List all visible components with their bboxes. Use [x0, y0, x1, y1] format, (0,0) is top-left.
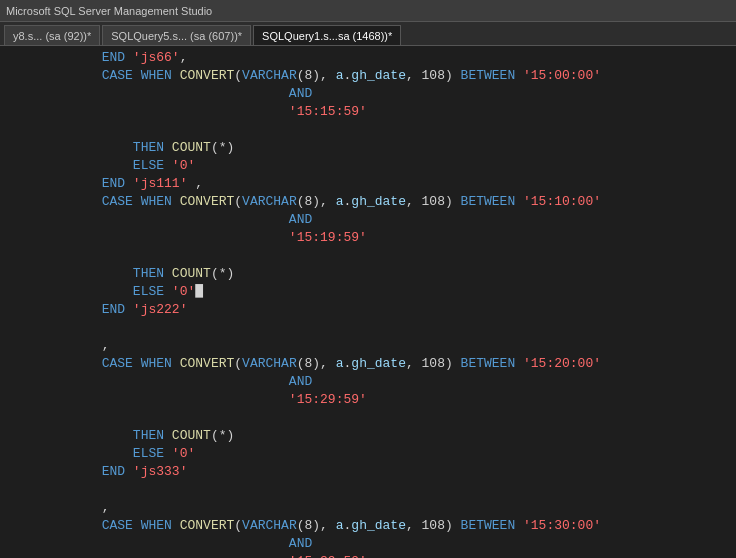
- code-line: [0, 482, 736, 500]
- code-line: [0, 320, 736, 338]
- code-line: ELSE '0'█: [0, 284, 736, 302]
- code-line: ,: [0, 338, 736, 356]
- code-line: [0, 248, 736, 266]
- code-line: AND: [0, 212, 736, 230]
- code-line: '15:19:59': [0, 230, 736, 248]
- code-line: END 'js66',: [0, 50, 736, 68]
- code-area: END 'js66', CASE WHEN CONVERT(VARCHAR(8)…: [0, 46, 736, 558]
- code-line: THEN COUNT(*): [0, 140, 736, 158]
- tab-1[interactable]: SQLQuery5.s... (sa (607))*: [102, 25, 251, 45]
- code-line: AND: [0, 374, 736, 392]
- code-line: END 'js111' ,: [0, 176, 736, 194]
- code-line: AND: [0, 536, 736, 554]
- code-line: CASE WHEN CONVERT(VARCHAR(8), a.gh_date,…: [0, 356, 736, 374]
- code-line: [0, 122, 736, 140]
- code-line: CASE WHEN CONVERT(VARCHAR(8), a.gh_date,…: [0, 518, 736, 536]
- code-line: THEN COUNT(*): [0, 428, 736, 446]
- title-bar: Microsoft SQL Server Management Studio: [0, 0, 736, 22]
- code-line: [0, 410, 736, 428]
- code-line: CASE WHEN CONVERT(VARCHAR(8), a.gh_date,…: [0, 68, 736, 86]
- code-line: ELSE '0': [0, 446, 736, 464]
- code-line: AND: [0, 86, 736, 104]
- code-line: END 'js222': [0, 302, 736, 320]
- code-line: ,: [0, 500, 736, 518]
- code-line: '15:15:59': [0, 104, 736, 122]
- tab-bar: y8.s... (sa (92))* SQLQuery5.s... (sa (6…: [0, 22, 736, 46]
- code-line: '15:39:59': [0, 554, 736, 558]
- code-line: THEN COUNT(*): [0, 266, 736, 284]
- tab-2[interactable]: SQLQuery1.s...sa (1468))*: [253, 25, 401, 45]
- tab-0[interactable]: y8.s... (sa (92))*: [4, 25, 100, 45]
- title-text: Microsoft SQL Server Management Studio: [6, 5, 212, 17]
- code-line: END 'js333': [0, 464, 736, 482]
- code-line: '15:29:59': [0, 392, 736, 410]
- code-line: CASE WHEN CONVERT(VARCHAR(8), a.gh_date,…: [0, 194, 736, 212]
- code-line: ELSE '0': [0, 158, 736, 176]
